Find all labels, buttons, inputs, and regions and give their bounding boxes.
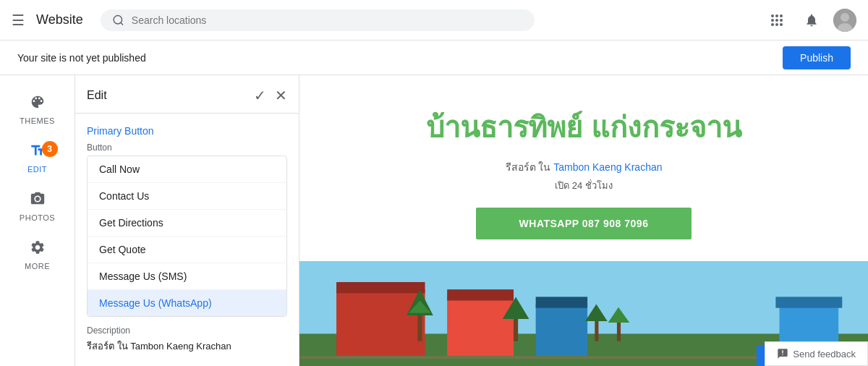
sidebar: THEMES 3 EDIT PHOTOS [0,75,75,366]
sidebar-item-more[interactable]: MORE [9,232,67,278]
send-feedback-button[interactable]: Send feedback [765,341,868,366]
sidebar-item-photos-label: PHOTOS [20,213,55,222]
topbar-right [764,7,856,33]
svg-rect-9 [447,297,514,356]
feedback-icon [777,348,788,359]
hero-subtitle-prefix: รีสอร์ต ใน [506,161,551,173]
hero-title: บ้านธารทิพย์ แก่งกระจาน [314,104,854,150]
preview-area: บ้านธารทิพย์ แก่งกระจาน รีสอร์ต ใน Tambo… [299,75,868,366]
settings-icon [30,239,46,259]
apps-icon [771,14,783,26]
sidebar-item-edit[interactable]: 3 EDIT [9,135,67,181]
svg-point-0 [114,15,122,23]
send-feedback-label: Send feedback [793,349,856,359]
edit-badge: 3 [42,141,58,157]
button-section-label: Button [87,142,287,153]
svg-rect-16 [514,315,518,341]
hero-subtitle-link[interactable]: Tambon Kaeng Krachan [553,161,662,173]
dropdown-item-get-directions[interactable]: Get Directions [88,210,286,237]
dropdown-item-get-quote[interactable]: Get Quote [88,237,286,263]
svg-rect-20 [595,319,598,341]
apps-button[interactable] [764,7,790,33]
notification-text: Your site is not yet published [17,52,146,64]
menu-icon[interactable]: ☰ [12,12,25,29]
publish-button[interactable]: Publish [783,46,851,69]
svg-rect-12 [536,297,587,307]
sidebar-item-themes[interactable]: THEMES [9,87,67,132]
edit-panel-title: Edit [87,89,107,102]
palette-icon [30,94,46,114]
svg-rect-19 [775,297,842,307]
hero-subtitle: รีสอร์ต ใน Tambon Kaeng Krachan [314,159,854,175]
search-bar[interactable] [101,9,535,31]
description-label: Description [87,325,287,336]
svg-rect-13 [417,312,422,341]
notifications-icon [804,13,819,27]
notifications-button[interactable] [799,7,825,33]
description-value: รีสอร์ต ใน Tambon Kaeng Krachan [87,339,287,354]
hero-content: บ้านธารทิพย์ แก่งกระจาน รีสอร์ต ใน Tambo… [299,75,868,261]
edit-panel-header: Edit ✓ ✕ [75,75,299,114]
dropdown-item-call-now[interactable]: Call Now [88,156,286,183]
edit-panel-content: Primary Button Button Call Now Contact U… [75,114,299,365]
primary-button-label: Primary Button [87,125,287,137]
hero-hours: เปิด 24 ชั่วโมง [314,178,854,193]
dropdown-item-message-sms[interactable]: Message Us (SMS) [88,263,286,290]
svg-rect-8 [336,282,425,293]
sidebar-item-edit-label: EDIT [27,165,47,174]
svg-rect-10 [447,289,514,300]
svg-point-3 [841,13,849,22]
svg-line-1 [121,22,123,25]
sidebar-item-more-label: MORE [25,262,50,271]
sidebar-item-themes-label: THEMES [20,116,55,125]
svg-rect-11 [536,305,587,356]
confirm-button[interactable]: ✓ [254,87,266,104]
sidebar-item-photos[interactable]: PHOTOS [9,184,67,229]
svg-rect-7 [336,289,425,356]
camera-icon [30,191,46,210]
dropdown-item-message-whatsapp[interactable]: Message Us (WhatsApp) [88,290,286,316]
topbar: ☰ Website [0,0,868,41]
button-type-dropdown: Call Now Contact Us Get Directions Get Q… [87,156,287,317]
edit-panel-actions: ✓ ✕ [254,87,287,104]
edit-panel: Edit ✓ ✕ Primary Button Button Call Now … [75,75,299,366]
avatar[interactable] [833,9,856,32]
dropdown-item-contact-us[interactable]: Contact Us [88,183,286,210]
search-input[interactable] [132,14,523,26]
app-title: Website [36,12,83,27]
main-area: THEMES 3 EDIT PHOTOS [0,75,868,366]
hero-cta-button[interactable]: WHATSAPP 087 908 7096 [476,208,692,239]
close-button[interactable]: ✕ [275,87,287,104]
search-icon [112,14,124,27]
svg-rect-22 [617,320,621,341]
notification-bar: Your site is not yet published Publish [0,41,868,75]
